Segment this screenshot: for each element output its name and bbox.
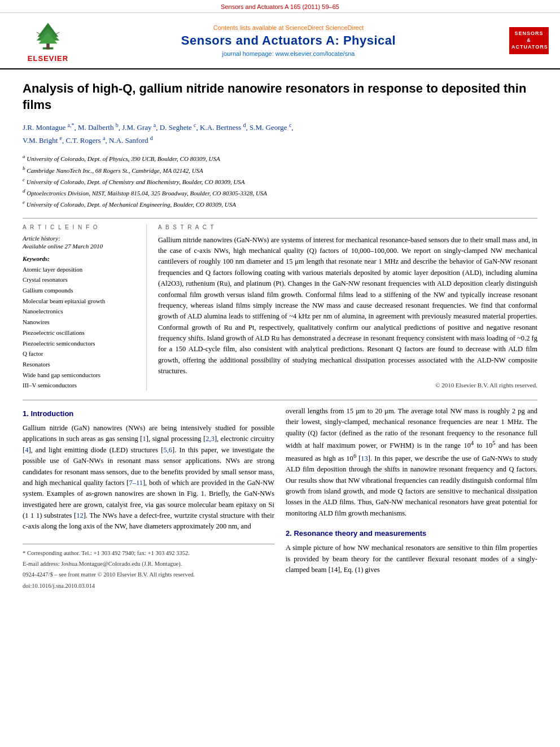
keyword-item: Piezoelectric semiconductors [23, 338, 137, 349]
journal-banner: ELSEVIER Contents lists available at Sci… [0, 13, 560, 69]
footer-note-4: doi:10.1016/j.sna.2010.03.014 [23, 582, 274, 591]
keyword-item: Gallium compounds [23, 285, 137, 296]
abstract-text: Gallium nitride nanowires (GaN-NWs) are … [158, 235, 537, 377]
keyword-item: Resonators [23, 359, 137, 370]
keyword-item: Wide band gap semiconductors [23, 370, 137, 381]
article-info-header: A R T I C L E I N F O [23, 224, 137, 230]
journal-badge: SENSORS&ACTUATORS [492, 27, 549, 54]
footer-note-2: E-mail address: Joshua.Montague@Colorado… [23, 560, 274, 569]
history-label: Article history: [23, 235, 137, 242]
journal-title: Sensors and Actuators A: Physical [85, 33, 492, 48]
svg-line-6 [56, 32, 59, 34]
abstract-header: A B S T R A C T [158, 224, 537, 230]
body-section: 1. Introduction Gallium nitride (GaN) na… [23, 406, 537, 592]
main-content: Analysis of high-Q, gallium nitride nano… [0, 69, 560, 604]
keyword-item: Crystal resonators [23, 274, 137, 285]
keyword-item: Molecular beam epitaxial growth [23, 296, 137, 307]
keyword-item: Q factor [23, 348, 137, 359]
info-abstract-section: A R T I C L E I N F O Article history: A… [23, 224, 537, 391]
section-divider [23, 218, 537, 219]
authors: J.R. Montague a,*, M. Dalberth b, J.M. G… [23, 121, 537, 147]
journal-homepage: journal homepage: www.elsevier.com/locat… [85, 50, 492, 57]
article-info-column: A R T I C L E I N F O Article history: A… [23, 224, 147, 391]
article-title: Analysis of high-Q, gallium nitride nano… [23, 81, 537, 113]
abstract-column: A B S T R A C T Gallium nitride nanowire… [158, 224, 537, 391]
sciencedirect-link: Contents lists available at ScienceDirec… [85, 24, 492, 31]
resonance-text: A simple picture of how NW mechanical re… [286, 543, 537, 575]
footer-note-3: 0924-4247/$ – see front matter © 2010 El… [23, 570, 274, 579]
svg-line-5 [37, 32, 40, 34]
right-col-text: overall lengths from 15 μm to 20 μm. The… [286, 406, 537, 519]
keywords-label: Keywords: [23, 255, 137, 262]
keyword-item: Piezoelectric oscillations [23, 327, 137, 338]
footer: * Corresponding author. Tel.: +1 303 492… [23, 544, 274, 591]
intro-text: Gallium nitride (GaN) nanowires (NWs) ar… [23, 423, 274, 532]
body-divider [23, 400, 537, 400]
elsevier-tree-icon [25, 19, 71, 53]
keyword-item: Nanowires [23, 317, 137, 327]
journal-citation: Sensors and Actuators A 165 (2011) 59–65 [0, 0, 560, 13]
intro-section-title: 1. Introduction [23, 408, 274, 420]
body-left-column: 1. Introduction Gallium nitride (GaN) na… [23, 406, 274, 592]
keyword-item: Nanoelectronics [23, 306, 137, 317]
keywords-section: Keywords: Atomic layer deposition Crysta… [23, 255, 137, 391]
resonance-section-title: 2. Resonance theory and measurements [286, 528, 537, 539]
keywords-list: Atomic layer deposition Crystal resonato… [23, 264, 137, 391]
elsevier-logo: ELSEVIER [11, 19, 85, 63]
article-history: Article history: Available online 27 Mar… [23, 235, 137, 250]
sensors-actuators-badge: SENSORS&ACTUATORS [509, 27, 549, 54]
publisher-logo: ELSEVIER [11, 19, 85, 63]
journal-info: Contents lists available at ScienceDirec… [85, 24, 492, 57]
footer-note-1: * Corresponding author. Tel.: +1 303 492… [23, 549, 274, 558]
history-value: Available online 27 March 2010 [23, 243, 137, 250]
keyword-item: Atomic layer deposition [23, 264, 137, 275]
keyword-item: III–V semiconductors [23, 380, 137, 391]
citation-text: Sensors and Actuators A 165 (2011) 59–65 [221, 3, 339, 10]
copyright-notice: © 2010 Elsevier B.V. All rights reserved… [158, 382, 537, 388]
body-right-column: overall lengths from 15 μm to 20 μm. The… [286, 406, 537, 592]
elsevier-text: ELSEVIER [28, 54, 68, 63]
affiliations: a University of Colorado, Dept. of Physi… [23, 152, 537, 209]
